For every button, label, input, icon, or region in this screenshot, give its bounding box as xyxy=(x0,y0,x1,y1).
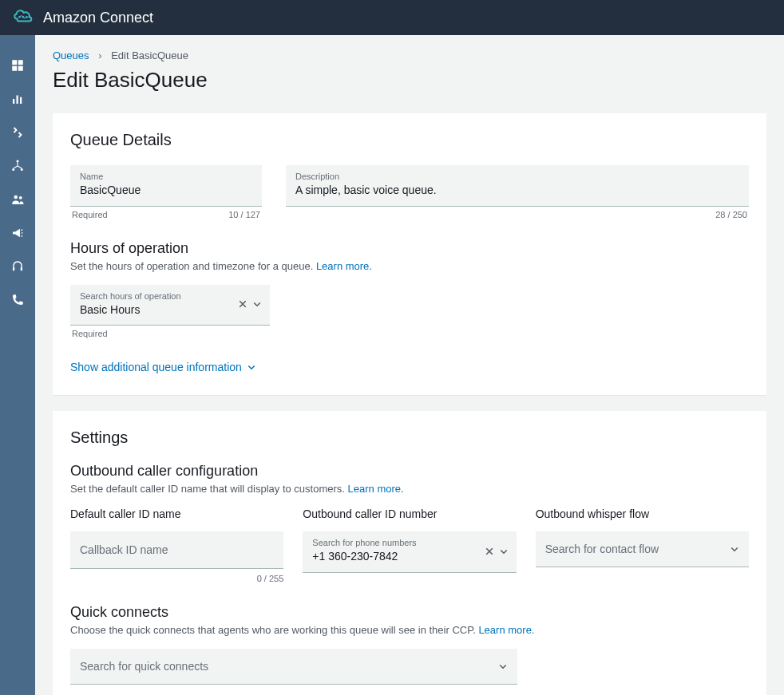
breadcrumb-current: Edit BasicQueue xyxy=(111,49,188,61)
caller-id-number-combobox[interactable]: Search for phone numbers +1 360-230-7842 xyxy=(303,531,516,573)
quick-connects-learn-more-link[interactable]: Learn more. xyxy=(478,624,534,636)
svg-rect-9 xyxy=(20,97,22,104)
chevron-down-icon xyxy=(498,661,508,671)
outbound-section: Outbound caller configuration Set the de… xyxy=(70,463,749,583)
caller-id-name-placeholder: Callback ID name xyxy=(80,543,168,556)
flow-icon xyxy=(10,159,25,173)
clear-icon[interactable] xyxy=(485,547,494,556)
svg-rect-16 xyxy=(21,267,22,271)
queue-details-title: Queue Details xyxy=(70,131,749,149)
nav-metrics[interactable] xyxy=(0,83,35,115)
description-input[interactable]: Description A simple, basic voice queue. xyxy=(286,165,749,207)
caller-id-number-label: Outbound caller ID number xyxy=(303,507,516,520)
phone-search-label: Search for phone numbers xyxy=(312,538,484,547)
quick-connects-section: Quick connects Choose the quick connects… xyxy=(70,604,749,685)
chevron-down-icon[interactable] xyxy=(252,299,262,309)
megaphone-icon xyxy=(10,226,25,240)
whisper-flow-label: Outbound whisper flow xyxy=(536,507,749,520)
left-nav xyxy=(0,35,35,695)
svg-point-12 xyxy=(21,168,23,171)
svg-point-13 xyxy=(14,195,18,199)
queue-details-card: Queue Details Name BasicQueue Required 1… xyxy=(53,113,766,395)
svg-rect-5 xyxy=(12,66,17,71)
whisper-flow-select[interactable]: Search for contact flow xyxy=(536,531,749,567)
users-icon xyxy=(10,192,25,207)
quick-connects-placeholder: Search for quick connects xyxy=(80,660,498,673)
chevron-down-icon xyxy=(247,362,256,372)
outbound-title: Outbound caller configuration xyxy=(70,463,749,480)
phone-icon xyxy=(10,293,25,307)
routing-icon xyxy=(10,125,25,140)
hours-search-label: Search hours of operation xyxy=(80,291,238,301)
phone-value: +1 360-230-7842 xyxy=(312,549,484,565)
nav-announcements[interactable] xyxy=(0,217,35,249)
svg-point-14 xyxy=(19,196,22,199)
nav-contact[interactable] xyxy=(0,251,35,282)
whisper-flow-placeholder: Search for contact flow xyxy=(545,543,730,555)
svg-rect-3 xyxy=(12,60,17,65)
whisper-flow-col: Outbound whisper flow Search for contact… xyxy=(536,507,749,583)
hours-section: Hours of operation Set the hours of oper… xyxy=(70,240,749,339)
chevron-down-icon[interactable] xyxy=(499,547,509,556)
outbound-learn-more-link[interactable]: Learn more. xyxy=(348,483,404,495)
nav-users[interactable] xyxy=(0,184,35,215)
settings-title: Settings xyxy=(70,428,749,447)
name-value: BasicQueue xyxy=(80,183,252,199)
chevron-right-icon: › xyxy=(98,49,101,61)
caller-id-name-col: Default caller ID name Callback ID name … xyxy=(70,507,283,583)
name-input[interactable]: Name BasicQueue xyxy=(70,165,262,207)
breadcrumb: Queues › Edit BasicQueue xyxy=(53,49,766,61)
hours-desc: Set the hours of operation and timezone … xyxy=(70,260,749,272)
settings-card: Settings Outbound caller configuration S… xyxy=(53,411,766,695)
caller-id-name-count: 0 / 255 xyxy=(70,574,283,583)
top-bar: Amazon Connect xyxy=(0,0,784,35)
quick-connects-title: Quick connects xyxy=(70,604,749,621)
main-content: Queues › Edit BasicQueue Edit BasicQueue… xyxy=(35,35,784,695)
svg-rect-7 xyxy=(13,99,14,104)
hours-learn-more-link[interactable]: Learn more. xyxy=(316,260,372,272)
description-field: Description A simple, basic voice queue.… xyxy=(286,165,749,219)
svg-rect-4 xyxy=(18,60,23,65)
description-label: Description xyxy=(295,172,739,181)
nav-phone[interactable] xyxy=(0,284,35,316)
svg-rect-15 xyxy=(13,267,14,271)
svg-rect-6 xyxy=(18,66,23,71)
svg-point-11 xyxy=(12,168,14,171)
description-char-count: 28 / 250 xyxy=(715,210,747,219)
quick-connects-select[interactable]: Search for quick connects xyxy=(70,649,517,685)
hours-required-text: Required xyxy=(72,329,108,338)
svg-rect-8 xyxy=(17,96,18,105)
outbound-desc: Set the default caller ID name that will… xyxy=(70,483,749,495)
breadcrumb-root-link[interactable]: Queues xyxy=(53,49,89,61)
bar-chart-icon xyxy=(10,92,25,106)
caller-id-number-col: Outbound caller ID number Search for pho… xyxy=(303,507,516,583)
headset-icon xyxy=(10,259,25,274)
nav-dashboard[interactable] xyxy=(0,49,35,81)
description-value: A simple, basic voice queue. xyxy=(295,183,739,199)
name-field: Name BasicQueue Required 10 / 127 xyxy=(70,165,262,219)
hours-title: Hours of operation xyxy=(70,240,749,257)
caller-id-name-label: Default caller ID name xyxy=(70,507,283,520)
connect-logo-icon xyxy=(11,6,35,30)
name-char-count: 10 / 127 xyxy=(228,210,260,219)
show-additional-toggle[interactable]: Show additional queue information xyxy=(70,361,256,373)
caller-id-name-input[interactable]: Callback ID name xyxy=(70,531,283,569)
svg-point-10 xyxy=(17,160,19,163)
quick-connects-desc: Choose the quick connects that agents wh… xyxy=(70,624,749,636)
hours-value: Basic Hours xyxy=(80,302,238,318)
nav-routing[interactable] xyxy=(0,116,35,148)
brand-title: Amazon Connect xyxy=(43,10,153,26)
name-required-text: Required xyxy=(72,210,108,219)
page-title: Edit BasicQueue xyxy=(53,68,766,93)
brand-logo-wrap: Amazon Connect xyxy=(11,6,153,30)
hours-combobox[interactable]: Search hours of operation Basic Hours xyxy=(70,285,270,326)
nav-channels[interactable] xyxy=(0,150,35,182)
grid-icon xyxy=(10,58,25,73)
name-label: Name xyxy=(80,172,252,181)
clear-icon[interactable] xyxy=(238,299,247,309)
chevron-down-icon xyxy=(730,544,739,554)
